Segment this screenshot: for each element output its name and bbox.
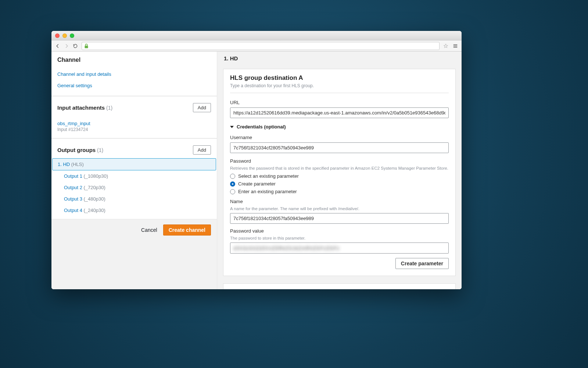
password-radios: Select an existing parameter Create para…	[230, 173, 449, 194]
add-output-group-button[interactable]: Add	[193, 145, 211, 155]
sidebar: Channel Channel and input details Genera…	[51, 52, 217, 289]
radio-enter-existing[interactable]: Enter an existing parameter	[230, 189, 449, 194]
param-name-label: Name	[230, 199, 449, 204]
radio-create-parameter[interactable]: Create parameter	[230, 181, 449, 187]
output-suffix: (_240p30)	[82, 208, 105, 213]
output-item[interactable]: Output 4 (_240p30)	[51, 205, 217, 216]
input-attachments-title: Input attachments	[57, 105, 105, 111]
username-label: Username	[230, 135, 449, 140]
dest-a-credentials-label: Credentials (optional)	[237, 124, 286, 130]
reload-button[interactable]	[71, 42, 79, 50]
output-link[interactable]: Output 2	[64, 185, 82, 190]
sidebar-title: Channel	[57, 57, 80, 63]
output-group-selected[interactable]: 1. HD (HLS)	[52, 158, 216, 170]
radio-label: Create parameter	[238, 181, 276, 187]
forward-button[interactable]	[62, 42, 71, 50]
sidebar-actions: Cancel Create channel	[51, 219, 217, 241]
dest-a-title: HLS group destination A	[230, 74, 449, 82]
output-group-selected-label: 1. HD	[58, 162, 70, 167]
bookmark-star-icon[interactable]	[442, 42, 450, 50]
password-value-hint: The password to store in this parameter.	[230, 236, 449, 240]
cancel-button[interactable]: Cancel	[141, 227, 157, 233]
toolbar-right	[442, 42, 459, 50]
dest-a-url-input[interactable]	[230, 107, 449, 118]
output-groups-count: (1)	[97, 147, 103, 153]
output-link[interactable]: Output 4	[64, 208, 82, 213]
svg-rect-0	[85, 46, 88, 48]
main-panel: 1. HD HLS group destination A Type a des…	[217, 52, 462, 289]
param-name-hint: A name for the parameter. The name will …	[230, 206, 449, 211]
output-item[interactable]: Output 2 (_720p30)	[51, 182, 217, 193]
page-content: Channel Channel and input details Genera…	[51, 52, 462, 289]
password-value-input[interactable]: dXh3cGhZd3VnZDRkZGJkZmRhZGFzZGFz	[230, 243, 449, 254]
password-value-label: Password value	[230, 228, 449, 234]
input-attachments-count: (1)	[106, 105, 112, 111]
input-attachment-sub: Input #1234724	[51, 127, 217, 138]
output-item[interactable]: Output 3 (_480p30)	[51, 193, 217, 205]
radio-label: Enter an existing parameter	[238, 189, 297, 194]
caret-down-icon	[230, 126, 234, 128]
back-button[interactable]	[54, 42, 62, 50]
titlebar	[51, 31, 462, 40]
dest-a-card: HLS group destination A Type a destinati…	[223, 69, 456, 276]
output-suffix: (_480p30)	[82, 196, 105, 202]
close-window-icon[interactable]	[55, 33, 60, 38]
radio-label: Select an existing parameter	[238, 173, 299, 179]
panel-heading: 1. HD	[217, 52, 462, 65]
input-attachment-item[interactable]: obs_rtmp_input	[51, 119, 217, 127]
dest-a-url-label: URL	[230, 100, 449, 105]
dest-b-title: HLS group destination B	[230, 289, 449, 289]
password-label: Password	[230, 158, 449, 164]
input-attachment-link[interactable]: obs_rtmp_input	[57, 121, 90, 126]
hamburger-menu-icon[interactable]	[451, 42, 459, 50]
browser-window: Channel Channel and input details Genera…	[51, 31, 462, 289]
maximize-window-icon[interactable]	[70, 33, 74, 38]
dest-b-card: HLS group destination B Type a destinati…	[223, 283, 456, 289]
dest-a-desc: Type a destination for your first HLS gr…	[230, 83, 449, 88]
create-channel-button[interactable]: Create channel	[163, 224, 211, 236]
radio-icon	[230, 174, 235, 179]
traffic-lights	[55, 33, 74, 38]
nav-buttons	[54, 42, 79, 50]
output-group-selected-suffix: (HLS)	[70, 162, 84, 167]
browser-toolbar	[51, 40, 462, 52]
output-link[interactable]: Output 1	[64, 173, 82, 179]
add-input-button[interactable]: Add	[193, 103, 211, 112]
dest-a-credentials-toggle[interactable]: Credentials (optional)	[230, 118, 449, 130]
sidebar-link-details[interactable]: Channel and input details	[51, 68, 217, 80]
param-name-input[interactable]	[230, 213, 449, 224]
radio-icon	[230, 189, 235, 194]
output-item[interactable]: Output 1 (_1080p30)	[51, 170, 217, 182]
create-parameter-button[interactable]: Create parameter	[395, 258, 449, 269]
output-link[interactable]: Output 3	[64, 196, 82, 202]
lock-icon	[84, 43, 89, 49]
output-suffix: (_1080p30)	[82, 173, 108, 179]
url-bar[interactable]	[82, 42, 440, 50]
output-groups-title: Output groups	[57, 147, 96, 153]
minimize-window-icon[interactable]	[62, 33, 67, 38]
radio-icon	[230, 181, 235, 187]
password-hint: Retrieves the password that is stored in…	[230, 166, 449, 170]
username-input[interactable]	[230, 142, 449, 153]
output-suffix: (_720p30)	[82, 185, 105, 190]
radio-select-existing[interactable]: Select an existing parameter	[230, 173, 449, 179]
sidebar-link-general[interactable]: General settings	[51, 80, 217, 91]
